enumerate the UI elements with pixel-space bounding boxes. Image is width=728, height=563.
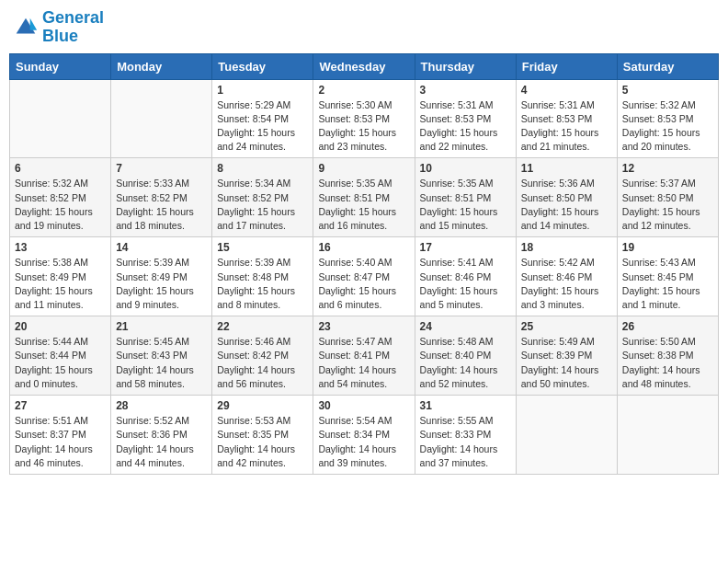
- day-header-sunday: Sunday: [10, 53, 111, 79]
- calendar-cell: 2Sunrise: 5:30 AM Sunset: 8:53 PM Daylig…: [313, 79, 415, 158]
- day-info: Sunrise: 5:49 AM Sunset: 8:39 PM Dayligh…: [521, 335, 612, 391]
- calendar-cell: 11Sunrise: 5:36 AM Sunset: 8:50 PM Dayli…: [516, 158, 617, 237]
- calendar-cell: 18Sunrise: 5:42 AM Sunset: 8:46 PM Dayli…: [516, 237, 617, 316]
- day-info: Sunrise: 5:30 AM Sunset: 8:53 PM Dayligh…: [318, 98, 409, 155]
- calendar-header-row: SundayMondayTuesdayWednesdayThursdayFrid…: [10, 53, 719, 79]
- day-number: 1: [217, 84, 308, 97]
- calendar-cell: 21Sunrise: 5:45 AM Sunset: 8:43 PM Dayli…: [111, 316, 212, 396]
- day-number: 17: [420, 241, 511, 254]
- calendar-cell: 28Sunrise: 5:52 AM Sunset: 8:36 PM Dayli…: [111, 396, 212, 475]
- svg-marker-1: [30, 18, 37, 30]
- day-number: 14: [116, 241, 207, 254]
- calendar-cell: 22Sunrise: 5:46 AM Sunset: 8:42 PM Dayli…: [212, 316, 313, 396]
- day-info: Sunrise: 5:39 AM Sunset: 8:48 PM Dayligh…: [217, 256, 308, 312]
- day-info: Sunrise: 5:51 AM Sunset: 8:37 PM Dayligh…: [15, 414, 106, 470]
- day-info: Sunrise: 5:31 AM Sunset: 8:53 PM Dayligh…: [521, 98, 612, 155]
- calendar-cell: 4Sunrise: 5:31 AM Sunset: 8:53 PM Daylig…: [516, 79, 617, 158]
- calendar-cell: 9Sunrise: 5:35 AM Sunset: 8:51 PM Daylig…: [313, 158, 415, 237]
- day-info: Sunrise: 5:44 AM Sunset: 8:44 PM Dayligh…: [15, 335, 106, 391]
- day-info: Sunrise: 5:45 AM Sunset: 8:43 PM Dayligh…: [116, 335, 207, 391]
- day-number: 3: [420, 84, 511, 97]
- day-header-wednesday: Wednesday: [313, 53, 415, 79]
- calendar-week-2: 6Sunrise: 5:32 AM Sunset: 8:52 PM Daylig…: [10, 158, 719, 237]
- day-header-friday: Friday: [516, 53, 617, 79]
- page-header: General Blue: [9, 9, 719, 46]
- day-info: Sunrise: 5:40 AM Sunset: 8:47 PM Dayligh…: [318, 256, 409, 312]
- day-number: 12: [622, 162, 713, 175]
- day-number: 4: [521, 84, 612, 97]
- day-info: Sunrise: 5:36 AM Sunset: 8:50 PM Dayligh…: [521, 177, 612, 233]
- day-info: Sunrise: 5:47 AM Sunset: 8:41 PM Dayligh…: [318, 335, 409, 391]
- calendar-cell: 1Sunrise: 5:29 AM Sunset: 8:54 PM Daylig…: [212, 79, 313, 158]
- day-number: 15: [217, 241, 308, 254]
- day-info: Sunrise: 5:48 AM Sunset: 8:40 PM Dayligh…: [420, 335, 511, 391]
- day-info: Sunrise: 5:35 AM Sunset: 8:51 PM Dayligh…: [420, 177, 511, 233]
- calendar-week-1: 1Sunrise: 5:29 AM Sunset: 8:54 PM Daylig…: [10, 79, 719, 158]
- day-number: 16: [318, 241, 409, 254]
- calendar-cell: 29Sunrise: 5:53 AM Sunset: 8:35 PM Dayli…: [212, 396, 313, 475]
- day-info: Sunrise: 5:31 AM Sunset: 8:53 PM Dayligh…: [420, 98, 511, 155]
- calendar-cell: 25Sunrise: 5:49 AM Sunset: 8:39 PM Dayli…: [516, 316, 617, 396]
- day-number: 18: [521, 241, 612, 254]
- calendar-cell: [516, 396, 617, 475]
- day-number: 21: [116, 320, 207, 333]
- calendar-cell: 30Sunrise: 5:54 AM Sunset: 8:34 PM Dayli…: [313, 396, 415, 475]
- day-info: Sunrise: 5:42 AM Sunset: 8:46 PM Dayligh…: [521, 256, 612, 312]
- day-info: Sunrise: 5:33 AM Sunset: 8:52 PM Dayligh…: [116, 177, 207, 233]
- day-info: Sunrise: 5:39 AM Sunset: 8:49 PM Dayligh…: [116, 256, 207, 312]
- logo-icon: [13, 15, 39, 40]
- day-info: Sunrise: 5:52 AM Sunset: 8:36 PM Dayligh…: [116, 414, 207, 470]
- day-number: 29: [217, 399, 308, 412]
- calendar-cell: 23Sunrise: 5:47 AM Sunset: 8:41 PM Dayli…: [313, 316, 415, 396]
- day-number: 9: [318, 162, 409, 175]
- calendar-cell: [10, 79, 111, 158]
- day-header-saturday: Saturday: [617, 53, 718, 79]
- day-number: 22: [217, 320, 308, 333]
- day-header-monday: Monday: [111, 53, 212, 79]
- calendar-cell: 7Sunrise: 5:33 AM Sunset: 8:52 PM Daylig…: [111, 158, 212, 237]
- day-info: Sunrise: 5:32 AM Sunset: 8:52 PM Dayligh…: [15, 177, 106, 233]
- day-number: 28: [116, 399, 207, 412]
- calendar-cell: 24Sunrise: 5:48 AM Sunset: 8:40 PM Dayli…: [415, 316, 516, 396]
- calendar-cell: 20Sunrise: 5:44 AM Sunset: 8:44 PM Dayli…: [10, 316, 111, 396]
- calendar-cell: 3Sunrise: 5:31 AM Sunset: 8:53 PM Daylig…: [415, 79, 516, 158]
- calendar-cell: 12Sunrise: 5:37 AM Sunset: 8:50 PM Dayli…: [617, 158, 718, 237]
- day-number: 7: [116, 162, 207, 175]
- calendar-cell: 5Sunrise: 5:32 AM Sunset: 8:53 PM Daylig…: [617, 79, 718, 158]
- calendar-cell: 26Sunrise: 5:50 AM Sunset: 8:38 PM Dayli…: [617, 316, 718, 396]
- day-number: 2: [318, 84, 409, 97]
- calendar-week-5: 27Sunrise: 5:51 AM Sunset: 8:37 PM Dayli…: [10, 396, 719, 475]
- day-number: 8: [217, 162, 308, 175]
- day-number: 10: [420, 162, 511, 175]
- day-number: 23: [318, 320, 409, 333]
- day-number: 26: [622, 320, 713, 333]
- calendar-cell: 16Sunrise: 5:40 AM Sunset: 8:47 PM Dayli…: [313, 237, 415, 316]
- calendar-cell: 19Sunrise: 5:43 AM Sunset: 8:45 PM Dayli…: [617, 237, 718, 316]
- calendar-table: SundayMondayTuesdayWednesdayThursdayFrid…: [9, 53, 719, 475]
- calendar-cell: 31Sunrise: 5:55 AM Sunset: 8:33 PM Dayli…: [415, 396, 516, 475]
- day-number: 11: [521, 162, 612, 175]
- day-info: Sunrise: 5:50 AM Sunset: 8:38 PM Dayligh…: [622, 335, 713, 391]
- day-header-tuesday: Tuesday: [212, 53, 313, 79]
- day-info: Sunrise: 5:37 AM Sunset: 8:50 PM Dayligh…: [622, 177, 713, 233]
- day-number: 13: [15, 241, 106, 254]
- calendar-cell: 15Sunrise: 5:39 AM Sunset: 8:48 PM Dayli…: [212, 237, 313, 316]
- day-header-thursday: Thursday: [415, 53, 516, 79]
- logo-text: General Blue: [42, 9, 104, 46]
- calendar-cell: 14Sunrise: 5:39 AM Sunset: 8:49 PM Dayli…: [111, 237, 212, 316]
- day-info: Sunrise: 5:32 AM Sunset: 8:53 PM Dayligh…: [622, 98, 713, 155]
- day-number: 19: [622, 241, 713, 254]
- day-info: Sunrise: 5:54 AM Sunset: 8:34 PM Dayligh…: [318, 414, 409, 470]
- calendar-cell: 10Sunrise: 5:35 AM Sunset: 8:51 PM Dayli…: [415, 158, 516, 237]
- day-number: 24: [420, 320, 511, 333]
- day-info: Sunrise: 5:46 AM Sunset: 8:42 PM Dayligh…: [217, 335, 308, 391]
- day-info: Sunrise: 5:29 AM Sunset: 8:54 PM Dayligh…: [217, 98, 308, 155]
- day-number: 5: [622, 84, 713, 97]
- day-number: 6: [15, 162, 106, 175]
- calendar-cell: 6Sunrise: 5:32 AM Sunset: 8:52 PM Daylig…: [10, 158, 111, 237]
- calendar-week-3: 13Sunrise: 5:38 AM Sunset: 8:49 PM Dayli…: [10, 237, 719, 316]
- day-info: Sunrise: 5:35 AM Sunset: 8:51 PM Dayligh…: [318, 177, 409, 233]
- calendar-cell: 27Sunrise: 5:51 AM Sunset: 8:37 PM Dayli…: [10, 396, 111, 475]
- calendar-cell: [111, 79, 212, 158]
- day-number: 30: [318, 399, 409, 412]
